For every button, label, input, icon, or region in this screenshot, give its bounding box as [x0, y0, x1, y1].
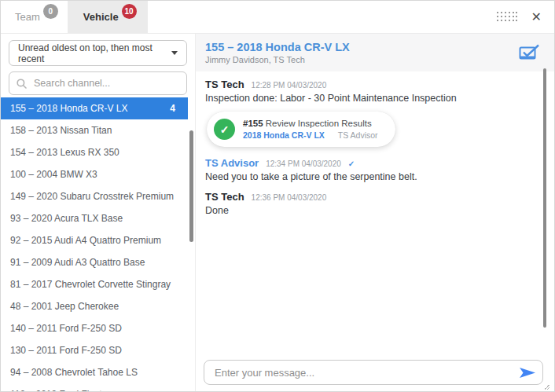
- channel-item[interactable]: 100 – 2004 BMW X3: [1, 163, 188, 185]
- chat-scrollbar[interactable]: [543, 68, 546, 328]
- sort-dropdown[interactable]: Unread oldest on top, then most recent: [9, 40, 187, 66]
- channel-label: 154 – 2013 Lexus RX 350: [10, 147, 119, 158]
- close-icon[interactable]: ✕: [531, 11, 542, 24]
- top-bar: Team 0 Vehicle 10 ✕: [1, 1, 554, 34]
- sort-dropdown-value: Unread oldest on top, then most recent: [18, 42, 171, 64]
- tab-vehicle[interactable]: Vehicle 10: [68, 1, 148, 33]
- channel-item[interactable]: 91 – 2009 Audi A3 Quattro Base: [1, 251, 188, 273]
- dots-grid-icon[interactable]: [497, 12, 517, 22]
- inspection-card-text: #155 Review Inspection Results 2018 Hond…: [243, 119, 378, 140]
- tab-team-label: Team: [15, 11, 40, 23]
- channel-item[interactable]: 94 – 2008 Chevrolet Tahoe LS: [1, 361, 188, 383]
- message-list: TS Tech12:28 PM 04/03/2020Inspection don…: [196, 71, 554, 360]
- channel-item[interactable]: 130 – 2011 Ford F-250 SD: [1, 339, 188, 361]
- inspection-result-card[interactable]: ✓ #155 Review Inspection Results 2018 Ho…: [207, 112, 395, 147]
- channel-label: 130 – 2011 Ford F-250 SD: [10, 345, 122, 356]
- message: TS Tech12:36 PM 04/03/2020Done: [205, 191, 543, 216]
- message-sender: TS Advisor: [205, 157, 259, 169]
- tab-vehicle-badge: 10: [122, 4, 137, 19]
- channel-sidebar: Unread oldest on top, then most recent 1…: [1, 34, 195, 391]
- top-bar-actions: ✕: [497, 11, 542, 24]
- message-text: Done: [205, 205, 543, 216]
- inspection-card-number: #155: [243, 119, 263, 128]
- channel-item[interactable]: 154 – 2013 Lexus RX 350: [1, 141, 188, 163]
- success-check-icon: ✓: [214, 119, 235, 140]
- channel-label: 92 – 2015 Audi A4 Quattro Premium: [10, 235, 161, 246]
- channel-item[interactable]: 158 – 2013 Nissan Titan: [1, 119, 188, 141]
- channel-label: 94 – 2008 Chevrolet Tahoe LS: [10, 367, 138, 378]
- search-icon: [17, 79, 27, 89]
- read-check-icon: ✓: [348, 159, 355, 168]
- channel-label: 81 – 2017 Chevrolet Corvette Stingray: [10, 279, 171, 290]
- mark-read-button[interactable]: [519, 44, 540, 61]
- send-icon: [519, 366, 536, 379]
- envelope-check-icon: [519, 44, 540, 61]
- message-timestamp: 12:34 PM 04/03/2020: [266, 159, 341, 168]
- inspection-card-meta: TS Advisor: [338, 130, 378, 140]
- chat-header-text: 155 – 2018 Honda CR-V LX Jimmy Davidson,…: [205, 41, 350, 64]
- chat-subtitle: Jimmy Davidson, TS Tech: [205, 55, 350, 64]
- tab-team-badge: 0: [43, 4, 58, 19]
- channel-label: 149 – 2020 Subaru Crosstrek Premium: [10, 191, 174, 202]
- message: TS Tech12:28 PM 04/03/2020Inspection don…: [205, 79, 543, 148]
- channel-item[interactable]: 112 – 2019 Ford Fiesta: [1, 383, 188, 392]
- message-sender: TS Tech: [205, 79, 244, 90]
- channel-label: 100 – 2004 BMW X3: [10, 169, 97, 180]
- sidebar-scrollbar[interactable]: [189, 130, 193, 242]
- send-button[interactable]: [514, 366, 536, 379]
- inspection-card-title: Review Inspection Results: [266, 119, 372, 128]
- tab-vehicle-label: Vehicle: [83, 11, 119, 23]
- channel-label: 93 – 2020 Acura TLX Base: [10, 213, 123, 224]
- message-text: Need you to take a picture of the serpen…: [205, 171, 543, 182]
- channel-label: 158 – 2013 Nissan Titan: [10, 125, 112, 136]
- tab-team[interactable]: Team 0: [1, 1, 68, 33]
- channel-label: 155 – 2018 Honda CR-V LX: [10, 103, 127, 114]
- message-timestamp: 12:36 PM 04/03/2020: [252, 193, 327, 202]
- channel-search: [9, 71, 187, 95]
- inspection-card-vehicle-link[interactable]: 2018 Honda CR-V LX: [243, 130, 325, 140]
- message-timestamp: 12:28 PM 04/03/2020: [252, 81, 327, 90]
- channel-item[interactable]: 92 – 2015 Audi A4 Quattro Premium: [1, 229, 188, 251]
- message-sender: TS Tech: [205, 191, 244, 203]
- channel-list: 155 – 2018 Honda CR-V LX4158 – 2013 Niss…: [1, 97, 195, 392]
- chevron-down-icon: [171, 51, 178, 55]
- message: TS Advisor12:34 PM 04/03/2020✓Need you t…: [205, 157, 543, 182]
- channel-label: 91 – 2009 Audi A3 Quattro Base: [10, 257, 145, 268]
- channel-item[interactable]: 48 – 2001 Jeep Cherokee: [1, 295, 188, 317]
- resize-grip-icon[interactable]: [544, 384, 549, 390]
- channel-item[interactable]: 155 – 2018 Honda CR-V LX4: [1, 97, 188, 119]
- channel-label: 112 – 2019 Ford Fiesta: [10, 389, 107, 392]
- channel-item[interactable]: 93 – 2020 Acura TLX Base: [1, 207, 188, 229]
- channel-item[interactable]: 140 – 2011 Ford F-250 SD: [1, 317, 188, 339]
- chat-title: 155 – 2018 Honda CR-V LX: [205, 41, 350, 53]
- channel-label: 140 – 2011 Ford F-250 SD: [10, 323, 122, 334]
- channel-unread-badge: 4: [170, 103, 175, 114]
- message-text: Inspection done: Labor - 30 Point Mainte…: [205, 93, 543, 104]
- message-composer: [204, 360, 543, 385]
- channel-item[interactable]: 81 – 2017 Chevrolet Corvette Stingray: [1, 273, 188, 295]
- chat-header: 155 – 2018 Honda CR-V LX Jimmy Davidson,…: [196, 34, 554, 71]
- message-input[interactable]: [213, 366, 514, 379]
- chat-panel: 155 – 2018 Honda CR-V LX Jimmy Davidson,…: [195, 34, 554, 391]
- channel-item[interactable]: 149 – 2020 Subaru Crosstrek Premium: [1, 185, 188, 207]
- channel-label: 48 – 2001 Jeep Cherokee: [10, 301, 119, 312]
- chat-window: Team 0 Vehicle 10 ✕ Unread oldest on top…: [0, 0, 555, 392]
- search-input[interactable]: [32, 77, 179, 90]
